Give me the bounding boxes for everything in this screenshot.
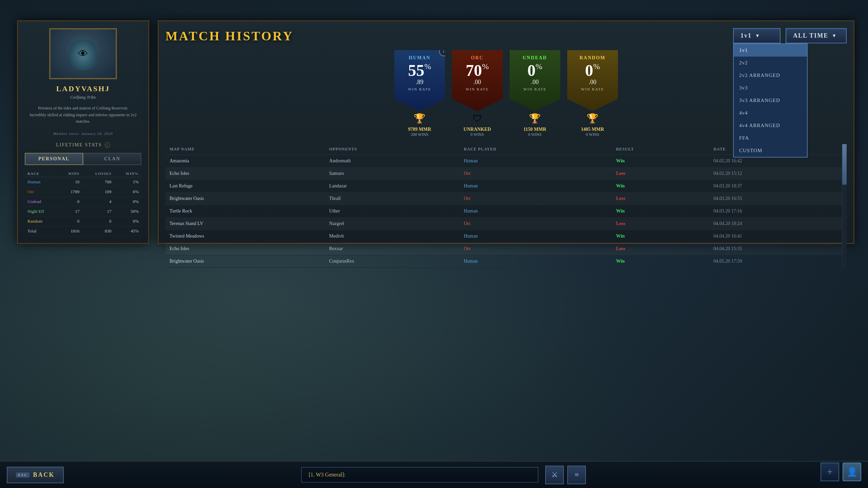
stats-row: Undead 0 4 0% <box>25 197 141 207</box>
stat-wins: 0 <box>57 197 82 207</box>
back-button[interactable]: ESC BACK <box>7 467 64 483</box>
banner-winpct: 55 % <box>408 62 431 79</box>
menu-icon-button[interactable]: ≡ <box>567 466 586 484</box>
match-opponent: Thrall <box>325 192 460 205</box>
group-icon-button[interactable]: ⚔ <box>545 466 564 484</box>
stat-losses: 830 <box>82 226 114 236</box>
stat-wins: 0 <box>57 217 82 226</box>
match-opponent: Uther <box>325 205 460 218</box>
banner-human: i HUMAN 55 % .89 WIN RATE 🏆 9789 MMR 200… <box>394 50 445 137</box>
back-label: BACK <box>33 471 55 479</box>
stats-row: Night Elf 17 17 50% <box>25 207 141 217</box>
match-row[interactable]: Twisted Meadows Medivh Human Win 04.04.2… <box>165 230 847 243</box>
banner-random: RANDOM 0 % .00 WIN RATE 🏆 1405 MMR 0 WIN… <box>567 50 618 137</box>
group-icon: ⚔ <box>551 470 558 479</box>
match-result: Win <box>612 255 709 268</box>
match-date: 04.02.20 15:12 <box>709 167 847 180</box>
mode-option-2v2[interactable]: 2v2 <box>734 57 807 69</box>
banner-decimal: .00 <box>531 79 539 86</box>
match-table-area: MAP NAME OPPONENTS RACE PLAYED RESULT DA… <box>165 144 847 268</box>
stat-losses: 109 <box>82 187 114 197</box>
profile-tabs: PERSONAL CLAN <box>25 153 141 165</box>
match-map: Echo Isles <box>165 243 325 255</box>
banner-trophy: 🛡 <box>473 113 482 124</box>
add-friend-button[interactable]: + <box>821 463 839 481</box>
match-opponent: Andromath <box>325 155 460 167</box>
avatar <box>51 29 116 78</box>
match-result: Win <box>612 230 709 243</box>
stat-race: Human <box>25 177 57 187</box>
match-race: Orc <box>460 192 612 205</box>
stat-race: Undead <box>25 197 57 207</box>
mode-dropdown[interactable]: 1v1 ▼ <box>733 28 781 43</box>
mode-option-2v2-arranged[interactable]: 2v2 ARRANGED <box>734 69 807 82</box>
chat-input-area[interactable]: [1. W3 General]: <box>301 467 538 483</box>
match-date: 04.03.20 17:16 <box>709 205 847 218</box>
col-race: RACE <box>25 170 57 177</box>
banner-winpct: 0 % <box>585 62 600 79</box>
stat-pct: 0% <box>114 217 141 226</box>
match-date: 04.03.20 16:55 <box>709 192 847 205</box>
match-row[interactable]: Echo Isles Rexxar Orc Loss 04.04.20 15:3… <box>165 243 847 255</box>
banner-mmr: UNRANKED <box>463 127 491 132</box>
mode-option-1v1[interactable]: 1v1 <box>734 44 807 57</box>
banner-winrate-label: WIN RATE <box>408 87 431 91</box>
match-row[interactable]: Brightwater Oasis Thrall Orc Loss 04.03.… <box>165 192 847 205</box>
lifetime-stats-info-icon[interactable]: i <box>105 142 110 148</box>
add-icon: + <box>827 466 833 478</box>
match-map: Twisted Meadows <box>165 230 325 243</box>
member-since: Member since: January 28, 2020 <box>53 131 113 136</box>
stat-pct: 50% <box>114 207 141 217</box>
banner-info-icon[interactable]: i <box>439 47 449 56</box>
mode-option-ffa[interactable]: FFA <box>734 132 807 144</box>
match-result: Win <box>612 155 709 167</box>
stat-losses: 4 <box>82 197 114 207</box>
stat-wins: 1816 <box>57 226 82 236</box>
match-history-title: MATCH HISTORY <box>165 28 294 43</box>
match-row[interactable]: Last Refuge Landazar Human Win 04.03.20 … <box>165 180 847 192</box>
match-col-result: RESULT <box>612 144 709 155</box>
match-map: Amazonia <box>165 155 325 167</box>
menu-icon: ≡ <box>575 470 579 479</box>
col-winpct: WIN% <box>114 170 141 177</box>
stat-race: Total <box>25 226 57 236</box>
match-row[interactable]: Brightwater Oasis ConjurusRex Human Win … <box>165 255 847 268</box>
mode-option-3v3[interactable]: 3v3 <box>734 82 807 94</box>
match-date: 04.03.20 18:37 <box>709 180 847 192</box>
bottom-icons: ⚔ ≡ <box>545 466 586 484</box>
banner-trophy: 🏆 <box>587 113 598 124</box>
match-header: MATCH HISTORY 1v1 ▼ 1v12v22v2 ARRANGED3v… <box>165 28 847 43</box>
match-date: 04.04.20 15:35 <box>709 243 847 255</box>
match-row[interactable]: Echo Isles Samuro Orc Loss 04.02.20 15:1… <box>165 167 847 180</box>
match-table-scrollbar[interactable] <box>842 144 847 268</box>
banner-wins: 0 WINS <box>528 132 541 137</box>
mode-option-custom[interactable]: CUSTOM <box>734 144 807 157</box>
banner-race-label: HUMAN <box>409 55 430 61</box>
time-dropdown[interactable]: ALL TIME ▼ <box>786 28 847 43</box>
bottom-bar: ESC BACK [1. W3 General]: ⚔ ≡ + 👤 <box>0 461 868 488</box>
portrait-button[interactable]: 👤 <box>843 463 861 481</box>
match-table: MAP NAME OPPONENTS RACE PLAYED RESULT DA… <box>165 144 847 268</box>
match-row[interactable]: Turtle Rock Uther Human Win 04.03.20 17:… <box>165 205 847 218</box>
match-panel: MATCH HISTORY 1v1 ▼ 1v12v22v2 ARRANGED3v… <box>158 20 854 244</box>
match-opponent: ConjurusRex <box>325 255 460 268</box>
match-map: Turtle Rock <box>165 205 325 218</box>
match-row[interactable]: Terenas Stand LV Nazgrel Orc Loss 04.04.… <box>165 218 847 230</box>
stat-losses: 17 <box>82 207 114 217</box>
tab-clan[interactable]: CLAN <box>83 153 141 165</box>
match-opponent: Medivh <box>325 230 460 243</box>
mode-option-3v3-arranged[interactable]: 3v3 ARRANGED <box>734 94 807 107</box>
banner-wins: 0 WINS <box>586 132 599 137</box>
stat-wins: 10 <box>57 177 82 187</box>
match-result: Loss <box>612 218 709 230</box>
banner-decimal: .00 <box>589 79 596 86</box>
mode-dropdown-arrow: ▼ <box>755 33 761 39</box>
mode-option-4v4-arranged[interactable]: 4v4 ARRANGED <box>734 119 807 132</box>
stat-losses: 700 <box>82 177 114 187</box>
scroll-thumb[interactable] <box>842 144 847 185</box>
tab-personal[interactable]: PERSONAL <box>25 153 83 165</box>
stats-row: Total 1816 830 45% <box>25 226 141 236</box>
banner-undead: UNDEAD 0 % .00 WIN RATE 🏆 1150 MMR 0 WIN… <box>510 50 560 137</box>
mode-option-4v4[interactable]: 4v4 <box>734 107 807 119</box>
match-race: Human <box>460 155 612 167</box>
